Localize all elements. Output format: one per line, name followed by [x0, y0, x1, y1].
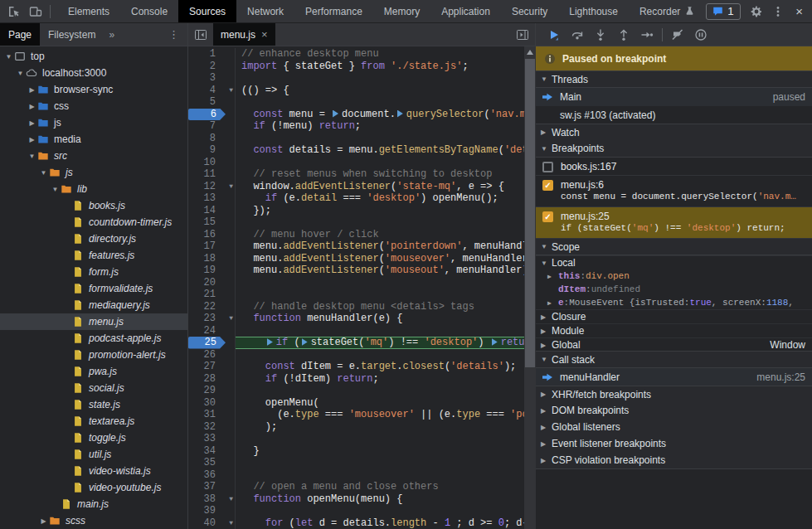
tab-elements[interactable]: Elements: [57, 0, 120, 22]
scope-var-this[interactable]: ▶this: div.open: [536, 269, 812, 283]
scrollbar-up-arrow-icon[interactable]: [527, 50, 533, 55]
fold-arrow-icon[interactable]: ▼: [229, 314, 233, 322]
code-line-39[interactable]: [235, 505, 536, 517]
tree-item-promotion-alert-js[interactable]: promotion-alert.js: [0, 347, 187, 363]
tree-item-formvalidate-js[interactable]: formvalidate.js: [0, 280, 187, 297]
show-debugger-panel-icon[interactable]: [512, 26, 533, 43]
inline-breakpoint-icon[interactable]: [492, 338, 498, 346]
gutter-line-21[interactable]: 21: [188, 289, 235, 301]
inline-breakpoint-icon[interactable]: [267, 338, 273, 346]
tab-performance[interactable]: Performance: [294, 0, 373, 22]
tree-collapsed-arrow-icon[interactable]: ▶: [27, 86, 37, 94]
gutter-line-14[interactable]: 14: [188, 205, 235, 217]
tree-item-main-js[interactable]: main.js: [0, 496, 187, 512]
close-tab-icon[interactable]: ×: [261, 28, 268, 41]
code-line-4[interactable]: (() => {: [235, 85, 536, 97]
row-sw-js-103-activated[interactable]: sw.js #103 (activated): [536, 106, 812, 124]
tree-item-mediaquery-js[interactable]: mediaquery.js: [0, 297, 187, 313]
tree-item-video-wistia-js[interactable]: video-wistia.js: [0, 463, 187, 479]
gutter-line-13[interactable]: 13: [188, 192, 235, 205]
code-line-22[interactable]: // handle desktop menu <details> tags: [235, 301, 536, 313]
tree-item-state-js[interactable]: state.js: [0, 396, 187, 413]
code-line-12[interactable]: window.addEventListener('state-mq', e =>…: [235, 181, 536, 193]
scope-var-ditem[interactable]: dItem: undefined: [536, 283, 812, 296]
scope-group-global[interactable]: ▶GlobalWindow: [536, 337, 812, 352]
tree-item-browser-sync[interactable]: ▶browser-sync: [0, 81, 187, 98]
code-line-24[interactable]: [235, 325, 536, 337]
var-collapsed-arrow-icon[interactable]: ▶: [547, 273, 558, 280]
tab-memory[interactable]: Memory: [373, 0, 430, 22]
tree-expanded-arrow-icon[interactable]: ▼: [27, 153, 37, 160]
scrollbar-thumb[interactable]: [525, 59, 535, 367]
tree-item-util-js[interactable]: util.js: [0, 446, 187, 463]
inline-breakpoint-icon[interactable]: [302, 338, 308, 346]
code-line-28[interactable]: if (!dItem) return;: [235, 373, 536, 386]
gutter-line-40[interactable]: 40▼: [188, 517, 235, 529]
tree-item-books-js[interactable]: books.js: [0, 197, 187, 214]
tree-item-form-js[interactable]: form.js: [0, 264, 187, 280]
gutter-line-31[interactable]: 31: [188, 409, 235, 421]
section-header-watch[interactable]: ▶Watch: [536, 124, 812, 141]
gutter-line-25[interactable]: 25: [188, 337, 235, 349]
tree-item-toggle-js[interactable]: toggle.js: [0, 430, 187, 446]
gutter-line-4[interactable]: 4▼: [188, 85, 235, 97]
gutter-line-37[interactable]: 37: [188, 481, 235, 493]
code-line-30[interactable]: openMenu(: [235, 397, 536, 410]
breakpoint-checkbox-checked[interactable]: ✓: [542, 180, 553, 191]
code-line-36[interactable]: [235, 469, 536, 482]
gutter-line-32[interactable]: 32: [188, 421, 235, 434]
code-line-3[interactable]: [235, 72, 536, 85]
gutter-line-16[interactable]: 16: [188, 229, 235, 241]
code-line-5[interactable]: [235, 96, 536, 109]
fold-arrow-icon[interactable]: ▼: [229, 495, 233, 502]
tree-item-countdown-timer-js[interactable]: countdown-timer.js: [0, 214, 187, 231]
section-header-threads[interactable]: ▼Threads: [536, 70, 812, 88]
breakpoint-checkbox-unchecked[interactable]: [542, 162, 553, 172]
row-menuhandler[interactable]: menuHandlermenu.js:25: [536, 368, 812, 386]
code-line-40[interactable]: for (let d = details.length - 1 ; d >= 0…: [235, 517, 536, 529]
tab-network[interactable]: Network: [236, 0, 294, 22]
tree-item-localhost-3000[interactable]: ▼localhost:3000: [0, 65, 187, 81]
gutter-line-28[interactable]: 28: [188, 373, 235, 386]
code-line-7[interactable]: if (!menu) return;: [235, 120, 536, 133]
section-header-scope[interactable]: ▼Scope: [536, 238, 812, 255]
code-line-8[interactable]: [235, 133, 536, 145]
scope-var-e[interactable]: ▶e: MouseEvent {isTrusted: true, screenX…: [536, 296, 812, 309]
resume-icon[interactable]: [542, 25, 566, 45]
breakpoint-menu-js-6[interactable]: ✓menu.js:6const menu = document.querySel…: [536, 176, 812, 207]
code-line-16[interactable]: // menu hover / click: [235, 229, 536, 241]
tree-item-scss[interactable]: ▶scss: [0, 512, 187, 529]
tab-application[interactable]: Application: [430, 0, 501, 22]
code-line-14[interactable]: });: [235, 205, 536, 217]
tree-item-src[interactable]: ▼src: [0, 148, 187, 164]
section-header-csp-violation-breakpoints[interactable]: ▶CSP violation breakpoints: [536, 452, 812, 469]
gutter-line-17[interactable]: 17: [188, 240, 235, 253]
step-over-icon[interactable]: [566, 25, 589, 45]
code-line-19[interactable]: menu.addEventListener('mouseout', menuHa…: [235, 264, 536, 277]
code-line-13[interactable]: if (e.detail === 'desktop') openMenu();: [235, 192, 536, 205]
code-line-26[interactable]: [235, 349, 536, 362]
tree-collapsed-arrow-icon[interactable]: ▶: [27, 119, 37, 127]
inspect-icon[interactable]: [3, 2, 25, 22]
code-line-35[interactable]: [235, 457, 536, 469]
scope-group-closure[interactable]: ▶Closure: [536, 309, 812, 323]
tab-sources[interactable]: Sources: [178, 0, 236, 22]
tree-item-pwa-js[interactable]: pwa.js: [0, 363, 187, 380]
tree-expanded-arrow-icon[interactable]: ▼: [50, 186, 61, 193]
section-header-global-listeners[interactable]: ▶Global listeners: [536, 419, 812, 436]
tree-item-social-js[interactable]: social.js: [0, 380, 187, 396]
code-line-17[interactable]: menu.addEventListener('pointerdown', men…: [235, 240, 536, 253]
gutter-line-35[interactable]: 35: [188, 457, 235, 469]
gutter-line-39[interactable]: 39: [188, 505, 235, 517]
tree-item-js[interactable]: ▼js: [0, 164, 187, 181]
code-line-27[interactable]: const dItem = e.target.closest('details'…: [235, 361, 536, 373]
hide-navigator-icon[interactable]: [190, 26, 212, 43]
scope-group-module[interactable]: ▶Module: [536, 323, 812, 337]
gutter-line-1[interactable]: 1: [188, 48, 235, 61]
gutter-line-18[interactable]: 18: [188, 253, 235, 265]
tree-collapsed-arrow-icon[interactable]: ▶: [27, 103, 37, 110]
tree-item-lib[interactable]: ▼lib: [0, 181, 187, 197]
navigator-menu-icon[interactable]: ⋮: [160, 23, 187, 46]
tree-item-top[interactable]: ▼top: [0, 48, 187, 65]
tab-security[interactable]: Security: [501, 0, 558, 22]
